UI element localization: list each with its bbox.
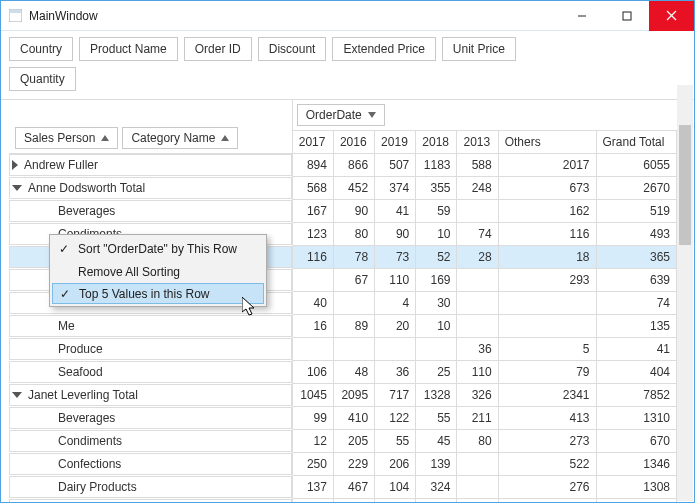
table-row[interactable]: Beverages167904159162519 [9,200,677,223]
data-cell[interactable]: 52 [416,246,457,269]
data-cell[interactable] [457,476,498,499]
data-cell[interactable]: 122 [375,407,416,430]
data-cell[interactable]: 467 [333,476,374,499]
data-cell[interactable]: 866 [333,154,374,177]
data-cell[interactable]: 10 [416,223,457,246]
filter-order-id[interactable]: Order ID [184,37,252,61]
close-button[interactable] [649,1,694,31]
data-cell[interactable]: 28 [457,246,498,269]
data-cell[interactable]: 135 [596,315,676,338]
data-cell[interactable]: 6055 [596,154,676,177]
table-row[interactable]: Andrew Fuller894866507118358820176055 [9,154,677,177]
minimize-button[interactable] [559,1,604,31]
data-cell[interactable]: 452 [333,177,374,200]
data-cell[interactable]: 293 [498,269,596,292]
data-cell[interactable]: 169 [416,269,457,292]
data-cell[interactable]: 206 [375,453,416,476]
data-cell[interactable]: 80 [457,430,498,453]
row-header[interactable]: Beverages [9,200,292,222]
table-row[interactable]: Grains/Cereals908363183887 [9,499,677,504]
data-cell[interactable]: 2670 [596,177,676,200]
data-cell[interactable]: 507 [375,154,416,177]
filter-quantity[interactable]: Quantity [9,67,76,91]
data-cell[interactable]: 374 [375,177,416,200]
table-row[interactable]: Me16892010135 [9,315,677,338]
data-cell[interactable]: 90 [333,200,374,223]
data-cell[interactable]: 1310 [596,407,676,430]
data-cell[interactable]: 670 [596,430,676,453]
data-cell[interactable]: 1328 [416,384,457,407]
data-cell[interactable]: 79 [498,361,596,384]
data-cell[interactable]: 55 [375,430,416,453]
data-cell[interactable]: 211 [457,407,498,430]
data-cell[interactable]: 162 [498,200,596,223]
collapse-icon[interactable] [12,185,22,191]
col-2016[interactable]: 2016 [333,131,374,154]
table-row[interactable]: Beverages99410122552114131310 [9,407,677,430]
data-cell[interactable] [498,292,596,315]
data-cell[interactable]: 588 [457,154,498,177]
row-header[interactable]: Andrew Fuller [9,154,292,176]
data-cell[interactable]: 522 [498,453,596,476]
data-cell[interactable] [292,269,333,292]
vertical-scrollbar[interactable] [677,85,693,501]
data-cell[interactable]: 4 [375,292,416,315]
data-cell[interactable]: 1346 [596,453,676,476]
data-cell[interactable]: 67 [333,269,374,292]
data-cell[interactable]: 30 [416,292,457,315]
data-cell[interactable]: 229 [333,453,374,476]
data-cell[interactable]: 276 [498,476,596,499]
row-header[interactable]: Me [9,315,292,337]
table-row[interactable]: Condiments12205554580273670 [9,430,677,453]
data-cell[interactable] [333,292,374,315]
data-cell[interactable] [457,499,498,504]
row-header[interactable]: Anne Dodsworth Total [9,177,292,199]
row-header[interactable]: Grains/Cereals [9,499,292,504]
col-grand-total[interactable]: Grand Total [596,131,676,154]
row-header[interactable]: Beverages [9,407,292,429]
data-cell[interactable]: 355 [416,177,457,200]
filter-unit-price[interactable]: Unit Price [442,37,516,61]
table-row[interactable]: Seafood10648362511079404 [9,361,677,384]
data-cell[interactable]: 324 [416,476,457,499]
row-header[interactable]: Janet Leverling Total [9,384,292,406]
scrollbar-thumb[interactable] [679,125,691,245]
data-cell[interactable] [292,338,333,361]
data-cell[interactable]: 48 [333,361,374,384]
data-cell[interactable]: 410 [333,407,374,430]
data-cell[interactable]: 248 [457,177,498,200]
data-cell[interactable] [457,269,498,292]
data-cell[interactable]: 59 [416,200,457,223]
data-cell[interactable]: 493 [596,223,676,246]
col-2019[interactable]: 2019 [375,131,416,154]
collapse-icon[interactable] [12,392,22,398]
table-row[interactable]: Confections2502292061395221346 [9,453,677,476]
context-menu-top-5-values[interactable]: ✓ Top 5 Values in this Row [52,283,264,304]
table-row[interactable]: Dairy Products1374671043242761308 [9,476,677,499]
col-dim-orderdate[interactable]: OrderDate [297,104,385,126]
col-2017[interactable]: 2017 [292,131,333,154]
data-cell[interactable]: 2095 [333,384,374,407]
data-cell[interactable]: 83 [375,499,416,504]
data-cell[interactable]: 55 [416,407,457,430]
data-cell[interactable]: 519 [596,200,676,223]
data-cell[interactable]: 123 [292,223,333,246]
maximize-button[interactable] [604,1,649,31]
table-row[interactable]: Anne Dodsworth Total56845237435524867326… [9,177,677,200]
data-cell[interactable]: 1183 [416,154,457,177]
row-header[interactable]: Dairy Products [9,476,292,498]
data-cell[interactable]: 90 [375,223,416,246]
data-cell[interactable] [457,453,498,476]
data-cell[interactable]: 12 [292,430,333,453]
data-cell[interactable]: 404 [596,361,676,384]
data-cell[interactable]: 40 [292,292,333,315]
data-cell[interactable]: 106 [292,361,333,384]
filter-extended-price[interactable]: Extended Price [332,37,435,61]
data-cell[interactable] [375,338,416,361]
row-dim-sales-person[interactable]: Sales Person [15,127,118,149]
data-cell[interactable]: 20 [375,315,416,338]
table-row[interactable]: Produce36541 [9,338,677,361]
data-cell[interactable]: 1308 [596,476,676,499]
data-cell[interactable]: 167 [292,200,333,223]
data-cell[interactable]: 10 [416,315,457,338]
